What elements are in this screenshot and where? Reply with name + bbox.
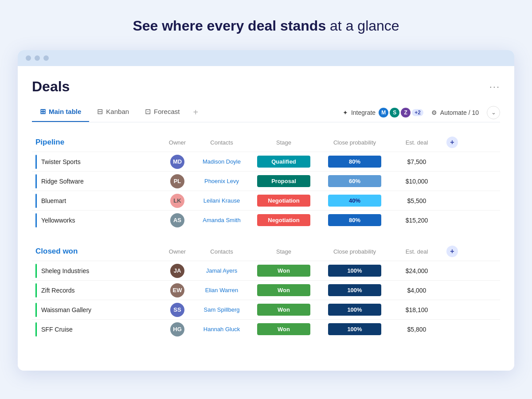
integrate-button[interactable]: ✦ Integrate M S Z +2	[343, 108, 423, 117]
pipeline-row-3: Yellowworks AS Amanda Smith Negotiation …	[32, 210, 500, 230]
stage-badge-2[interactable]: Negotiation	[257, 195, 310, 207]
stage-badge-cw-2[interactable]: Won	[257, 304, 310, 316]
pipeline-row-0-company: Twister Sports	[41, 158, 81, 165]
deals-title: Deals	[32, 78, 70, 95]
closed-won-row-0-prob: 100%	[319, 264, 390, 278]
pipeline-row-0-company-col: Twister Sports	[35, 155, 160, 169]
avatar-2: LK	[170, 194, 184, 208]
closed-won-row-3: SFF Cruise HG Hannah Gluck Won 100% $5,8…	[32, 319, 500, 339]
pipeline-row-0-stage: Qualified	[248, 155, 319, 168]
pipeline-add-col-button[interactable]: +	[443, 137, 461, 148]
avatar-cw-0: JA	[170, 264, 184, 278]
table-icon: ⊞	[40, 107, 46, 116]
browser-dot-2	[35, 55, 40, 61]
closed-won-row-3-stage: Won	[248, 322, 319, 336]
pipeline-row-3-contact[interactable]: Amanda Smith	[195, 217, 248, 223]
closed-won-row-1-deal: $4,000	[390, 287, 443, 294]
stage-badge-cw-1[interactable]: Won	[257, 284, 310, 296]
prob-badge-2[interactable]: 40%	[328, 195, 381, 207]
automate-label: Automate / 10	[440, 109, 479, 116]
prob-badge-1[interactable]: 60%	[328, 175, 381, 187]
stage-badge-1[interactable]: Proposal	[257, 175, 310, 187]
avatar-cw-1: EW	[170, 283, 184, 297]
closed-won-row-2-contact[interactable]: Sam Spillberg	[195, 306, 248, 313]
tab-forecast[interactable]: ⊡ Forecast	[137, 103, 188, 122]
closed-won-row-1: Zift Records EW Elian Warren Won 100% $4…	[32, 280, 500, 300]
closed-won-col-stage: Stage	[248, 248, 319, 255]
pipeline-row-1-prob: 60%	[319, 174, 390, 188]
closed-won-row-3-company-col: SFF Cruise	[35, 322, 160, 336]
pipeline-row-1-contact[interactable]: Phoenix Levy	[195, 178, 248, 184]
closed-won-col-contacts: Contacts	[195, 248, 248, 255]
pipeline-col-contacts: Contacts	[195, 139, 248, 146]
tab-kanban-label: Kanban	[106, 108, 129, 115]
pipeline-row-2-contact[interactable]: Leilani Krause	[195, 197, 248, 204]
pipeline-row-3-deal: $15,200	[390, 217, 443, 224]
closed-won-row-2-deal: $18,100	[390, 306, 443, 313]
pipeline-row-3-owner: AS	[160, 213, 195, 227]
prob-badge-3[interactable]: 80%	[328, 214, 381, 226]
stage-badge-0[interactable]: Qualified	[257, 156, 310, 168]
closed-won-row-2-owner: SS	[160, 303, 195, 317]
closed-won-row-1-company-col: Zift Records	[35, 283, 160, 297]
avatar-0: MD	[170, 155, 184, 169]
avatar-3: AS	[170, 213, 184, 227]
prob-badge-cw-2[interactable]: 100%	[328, 304, 381, 316]
closed-won-row-3-prob: 100%	[319, 322, 390, 336]
closed-won-row-1-prob: 100%	[319, 283, 390, 297]
integrate-badge: +2	[412, 109, 423, 116]
avatar-1: PL	[170, 174, 184, 188]
closed-won-row-1-stage: Won	[248, 283, 319, 297]
browser-dot-1	[26, 55, 31, 61]
stage-badge-3[interactable]: Negotiation	[257, 214, 310, 226]
stage-badge-cw-3[interactable]: Won	[257, 323, 310, 335]
integrate-icon-teal: S	[390, 108, 399, 117]
pipeline-row-1-owner: PL	[160, 174, 195, 188]
pipeline-row-1: Ridge Software PL Phoenix Levy Proposal …	[32, 171, 500, 191]
tab-main-table[interactable]: ⊞ Main table	[32, 103, 89, 122]
closed-won-row-1-owner: EW	[160, 283, 195, 297]
pipeline-col-owner: Owner	[160, 139, 195, 146]
pipeline-col-probability: Close probability	[319, 139, 390, 146]
closed-won-row-2-prob: 100%	[319, 303, 390, 317]
automate-button[interactable]: ⚙ Automate / 10	[431, 109, 479, 116]
headline-light: at a glance	[326, 18, 399, 34]
closed-won-row-0-company: Sheleg Industries	[41, 267, 89, 274]
pipeline-row-0-contact[interactable]: Madison Doyle	[195, 158, 248, 165]
closed-won-row-0-deal: $24,000	[390, 267, 443, 274]
closed-won-row-1-contact[interactable]: Elian Warren	[195, 287, 248, 293]
closed-won-add-col-button[interactable]: +	[443, 246, 461, 257]
closed-won-col-probability: Close probability	[319, 248, 390, 255]
pipeline-row-3-prob: 80%	[319, 213, 390, 227]
page-headline: See where every deal stands at a glance	[133, 18, 399, 34]
closed-won-add-circle: +	[446, 246, 458, 257]
deals-header: Deals ···	[32, 78, 500, 95]
collapse-button[interactable]: ⌄	[487, 106, 500, 119]
pipeline-row-1-deal: $10,000	[390, 178, 443, 185]
integrate-icon-blue: M	[379, 108, 388, 117]
pipeline-row-1-company-col: Ridge Software	[35, 174, 160, 188]
more-options-button[interactable]: ···	[489, 81, 500, 93]
closed-won-row-0: Sheleg Industries JA Jamal Ayers Won 100…	[32, 261, 500, 280]
tab-forecast-label: Forecast	[154, 108, 180, 115]
prob-badge-0[interactable]: 80%	[328, 156, 381, 168]
closed-won-row-0-contact[interactable]: Jamal Ayers	[195, 267, 248, 274]
prob-badge-cw-0[interactable]: 100%	[328, 265, 381, 277]
pipeline-header-row: Pipeline Owner Contacts Stage Close prob…	[32, 135, 500, 152]
closed-won-row-2-stage: Won	[248, 303, 319, 317]
add-tab-button[interactable]: +	[188, 103, 203, 122]
closed-won-row-3-contact[interactable]: Hannah Gluck	[195, 326, 248, 332]
closed-won-row-0-company-col: Sheleg Industries	[35, 264, 160, 278]
pipeline-row-2-owner: LK	[160, 194, 195, 208]
pipeline-row-0-prob: 80%	[319, 155, 390, 168]
integrate-icons: M S Z +2	[379, 108, 423, 117]
stage-badge-cw-0[interactable]: Won	[257, 265, 310, 277]
avatar-cw-3: HG	[170, 322, 184, 336]
prob-badge-cw-1[interactable]: 100%	[328, 284, 381, 296]
prob-badge-cw-3[interactable]: 100%	[328, 323, 381, 335]
closed-won-col-deal: Est. deal	[390, 248, 443, 255]
tab-kanban[interactable]: ⊟ Kanban	[89, 103, 137, 122]
pipeline-row-2-stage: Negotiation	[248, 194, 319, 207]
tabs-right: ✦ Integrate M S Z +2 ⚙ Automate / 10 ⌄	[343, 106, 500, 119]
integrate-icon: ✦	[343, 109, 348, 116]
